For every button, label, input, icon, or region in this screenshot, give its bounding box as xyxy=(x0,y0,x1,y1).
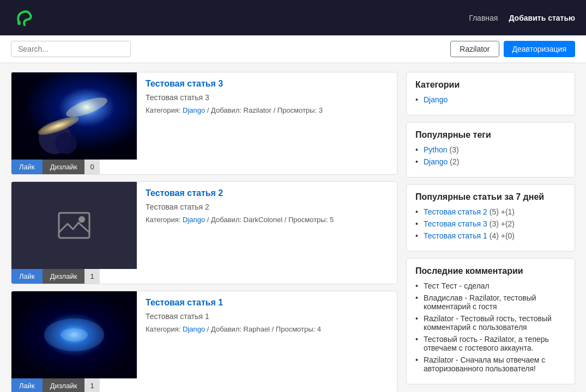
svg-point-10 xyxy=(61,328,88,341)
category-link[interactable]: Django xyxy=(424,95,448,104)
article-body: Тестовая статья 3 Тестовая статья 3 Кате… xyxy=(137,72,397,160)
recent-comments-title: Последние комментарии xyxy=(415,266,566,276)
article-top: Тестовая статья 3 Тестовая статья 3 Кате… xyxy=(11,72,397,160)
list-item: Django xyxy=(415,95,566,104)
list-item: Python (3) xyxy=(415,145,566,154)
svg-point-7 xyxy=(78,216,85,223)
article-title[interactable]: Тестовая статья 3 xyxy=(146,79,388,89)
search-bar: Razilator Деавторизация xyxy=(0,35,586,63)
svg-rect-6 xyxy=(59,213,89,238)
nav-links: Главная Добавить статью xyxy=(469,14,575,22)
tag-link[interactable]: Python xyxy=(424,145,448,154)
popular-article-link[interactable]: Тестовая статья 3 xyxy=(424,219,487,228)
svg-point-5 xyxy=(55,132,77,154)
vote-count: 1 xyxy=(84,378,99,392)
deauth-button[interactable]: Деавторизация xyxy=(504,41,575,57)
comment-text: Владислав - Razilator, тестовый коммента… xyxy=(424,293,566,311)
categories-widget: Категории Django xyxy=(406,72,575,115)
articles-column: Тестовая статья 3 Тестовая статья 3 Кате… xyxy=(11,72,397,392)
vote-count: 1 xyxy=(84,269,99,284)
list-item: Razilator - Тестовый гость, тестовый ком… xyxy=(415,314,566,332)
article-title[interactable]: Тестовая статья 1 xyxy=(146,298,388,308)
blue-galaxy-svg xyxy=(11,291,137,378)
article-stats: (5) +(1) xyxy=(490,207,515,216)
article-card: Тестовая статья 3 Тестовая статья 3 Кате… xyxy=(11,72,397,175)
categories-title: Категории xyxy=(415,80,566,90)
article-excerpt: Тестовая статья 3 xyxy=(146,93,388,102)
popular-article-link[interactable]: Тестовая статья 2 xyxy=(424,207,487,216)
comments-list: Тест Тест - сделал Владислав - Razilator… xyxy=(415,281,566,373)
popular-articles-widget: Популярные статьи за 7 дней Тестовая ста… xyxy=(406,184,575,252)
like-button[interactable]: Лайк xyxy=(11,160,43,174)
category-link[interactable]: Django xyxy=(183,216,205,224)
article-stats: (3) +(2) xyxy=(490,219,515,228)
home-link[interactable]: Главная xyxy=(469,14,498,22)
list-item: Тестовый гость - Razilator, а теперь отв… xyxy=(415,335,566,352)
article-meta: Категория: Django / Добавил: DarkColonel… xyxy=(146,216,388,224)
article-title[interactable]: Тестовая статья 2 xyxy=(146,188,388,198)
article-footer: Лайк Дизлайк 0 xyxy=(11,160,397,174)
tag-count: (2) xyxy=(450,157,459,166)
brand-logo[interactable] xyxy=(11,4,38,32)
article-meta: Категория: Django / Добавил: Raphael / П… xyxy=(146,325,388,333)
main-container: Тестовая статья 3 Тестовая статья 3 Кате… xyxy=(0,63,586,392)
article-image-galaxy xyxy=(11,72,137,160)
popular-tags-title: Популярные теги xyxy=(415,130,566,140)
category-link[interactable]: Django xyxy=(183,325,205,333)
tag-count: (3) xyxy=(450,145,459,154)
article-footer: Лайк Дизлайк 1 xyxy=(11,269,397,284)
comment-text: Razilator - Тестовый гость, тестовый ком… xyxy=(424,314,566,332)
popular-article-link[interactable]: Тестовая статья 1 xyxy=(424,231,487,240)
search-input[interactable] xyxy=(11,41,131,57)
dislike-button[interactable]: Дизлайк xyxy=(43,269,85,284)
list-item: Razilator - Сначала мы отвечаем с автори… xyxy=(415,356,566,373)
article-image-blue xyxy=(11,291,137,378)
article-footer: Лайк Дизлайк 1 xyxy=(11,378,397,392)
article-card: Тестовая статья 1 Тестовая статья 1 Кате… xyxy=(11,291,397,392)
list-item: Тестовая статья 3 (3) +(2) xyxy=(415,219,566,228)
list-item: Django (2) xyxy=(415,157,566,166)
list-item: Тестовая статья 2 (5) +(1) xyxy=(415,207,566,216)
tags-list: Python (3) Django (2) xyxy=(415,145,566,166)
logo-icon xyxy=(11,4,38,32)
comment-text: Тест Тест - сделал xyxy=(424,281,490,290)
article-excerpt: Тестовая статья 1 xyxy=(146,312,388,321)
list-item: Тест Тест - сделал xyxy=(415,281,566,290)
article-card: Тестовая статья 2 Тестовая статья 2 Кате… xyxy=(11,181,397,284)
article-image-placeholder xyxy=(11,182,137,269)
galaxy-svg xyxy=(11,72,137,160)
article-meta: Категория: Django / Добавил: Razilator /… xyxy=(146,106,388,114)
recent-comments-widget: Последние комментарии Тест Тест - сделал… xyxy=(406,258,575,384)
article-body: Тестовая статья 2 Тестовая статья 2 Кате… xyxy=(137,182,397,269)
comment-text: Razilator - Сначала мы отвечаем с автори… xyxy=(424,356,566,373)
list-item: Тестовая статья 1 (4) +(0) xyxy=(415,231,566,240)
razilator-button[interactable]: Razilator xyxy=(450,41,499,57)
category-link[interactable]: Django xyxy=(183,106,205,114)
popular-articles-title: Популярные статьи за 7 дней xyxy=(415,192,566,202)
article-top: Тестовая статья 1 Тестовая статья 1 Кате… xyxy=(11,291,397,378)
vote-count: 0 xyxy=(84,160,99,174)
dislike-button[interactable]: Дизлайк xyxy=(43,160,85,174)
tag-link[interactable]: Django xyxy=(424,157,448,166)
list-item: Владислав - Razilator, тестовый коммента… xyxy=(415,293,566,311)
categories-list: Django xyxy=(415,95,566,104)
article-excerpt: Тестовая статья 2 xyxy=(146,203,388,211)
article-top: Тестовая статья 2 Тестовая статья 2 Кате… xyxy=(11,182,397,269)
image-placeholder-icon xyxy=(58,212,90,239)
like-button[interactable]: Лайк xyxy=(11,378,43,392)
article-stats: (4) +(0) xyxy=(490,231,515,240)
sidebar: Категории Django Популярные теги Python … xyxy=(406,72,575,392)
popular-tags-widget: Популярные теги Python (3) Django (2) xyxy=(406,122,575,177)
article-body: Тестовая статья 1 Тестовая статья 1 Кате… xyxy=(137,291,397,378)
dislike-button[interactable]: Дизлайк xyxy=(43,378,85,392)
navbar: Главная Добавить статью xyxy=(0,0,586,35)
popular-articles-list: Тестовая статья 2 (5) +(1) Тестовая стат… xyxy=(415,207,566,240)
add-article-link[interactable]: Добавить статью xyxy=(509,14,575,22)
comment-text: Тестовый гость - Razilator, а теперь отв… xyxy=(424,335,566,352)
auth-buttons: Razilator Деавторизация xyxy=(450,41,575,57)
like-button[interactable]: Лайк xyxy=(11,269,43,284)
